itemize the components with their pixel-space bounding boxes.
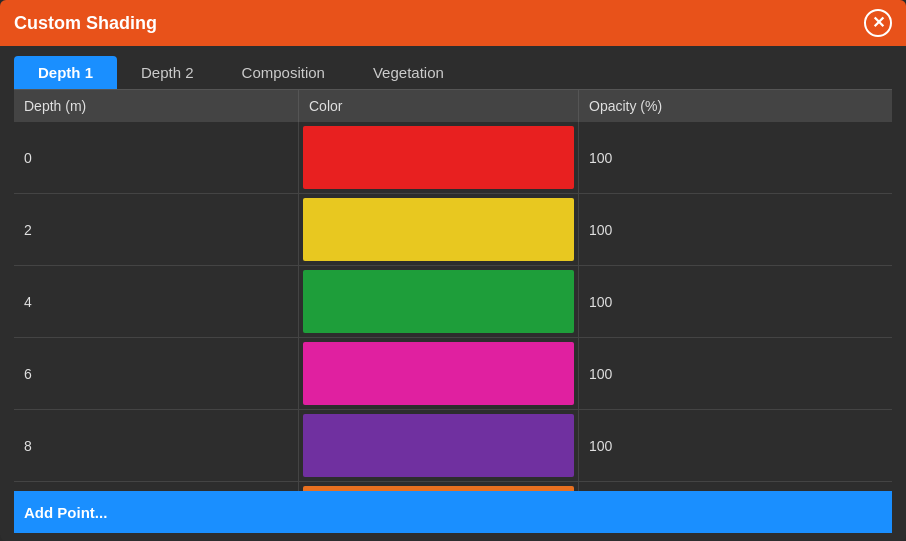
tab-vegetation[interactable]: Vegetation: [349, 56, 468, 89]
opacity-cell: 100: [579, 482, 892, 491]
color-cell[interactable]: [299, 338, 579, 409]
table-body: 0100210041006100810010100: [14, 122, 892, 491]
custom-shading-window: Custom Shading ✕ Depth 1 Depth 2 Composi…: [0, 0, 906, 541]
tab-depth2[interactable]: Depth 2: [117, 56, 218, 89]
table-row[interactable]: 0100: [14, 122, 892, 194]
table-header: Depth (m) Color Opacity (%): [14, 89, 892, 122]
depth-cell: 4: [14, 266, 299, 337]
opacity-cell: 100: [579, 410, 892, 481]
color-cell[interactable]: [299, 194, 579, 265]
content-area: Depth (m) Color Opacity (%) 010021004100…: [0, 89, 906, 541]
color-swatch: [303, 342, 574, 405]
opacity-cell: 100: [579, 122, 892, 193]
header-opacity: Opacity (%): [579, 90, 892, 122]
color-cell[interactable]: [299, 122, 579, 193]
opacity-cell: 100: [579, 266, 892, 337]
color-swatch: [303, 126, 574, 189]
depth-cell: 10: [14, 482, 299, 491]
color-swatch: [303, 414, 574, 477]
add-point-label: Add Point...: [24, 504, 107, 521]
tab-depth1[interactable]: Depth 1: [14, 56, 117, 89]
header-color: Color: [299, 90, 579, 122]
table-row[interactable]: 4100: [14, 266, 892, 338]
title-bar: Custom Shading ✕: [0, 0, 906, 46]
table-row[interactable]: 6100: [14, 338, 892, 410]
add-point-bar[interactable]: Add Point...: [14, 491, 892, 533]
close-button[interactable]: ✕: [864, 9, 892, 37]
header-depth: Depth (m): [14, 90, 299, 122]
color-cell[interactable]: [299, 482, 579, 491]
window-title: Custom Shading: [14, 13, 157, 34]
table-row[interactable]: 8100: [14, 410, 892, 482]
color-cell[interactable]: [299, 266, 579, 337]
table-row[interactable]: 2100: [14, 194, 892, 266]
depth-cell: 2: [14, 194, 299, 265]
tabs-bar: Depth 1 Depth 2 Composition Vegetation: [0, 46, 906, 89]
color-swatch: [303, 198, 574, 261]
depth-cell: 8: [14, 410, 299, 481]
color-swatch: [303, 270, 574, 333]
opacity-cell: 100: [579, 338, 892, 409]
table-row[interactable]: 10100: [14, 482, 892, 491]
color-cell[interactable]: [299, 410, 579, 481]
opacity-cell: 100: [579, 194, 892, 265]
depth-cell: 0: [14, 122, 299, 193]
depth-cell: 6: [14, 338, 299, 409]
tab-composition[interactable]: Composition: [218, 56, 349, 89]
shading-table: Depth (m) Color Opacity (%) 010021004100…: [14, 89, 892, 491]
